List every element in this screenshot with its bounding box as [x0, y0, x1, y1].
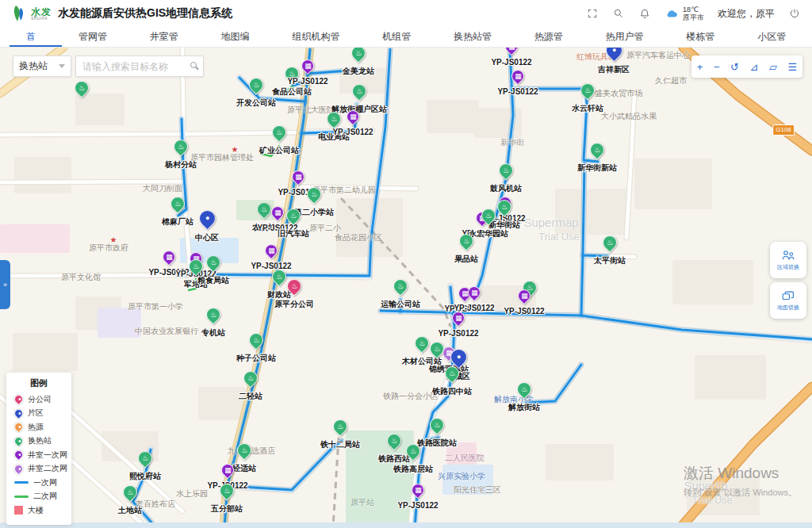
station-pin-icon[interactable]: ♨ — [269, 122, 289, 142]
collapsed-panel-tab[interactable]: » — [0, 260, 10, 309]
legend-swatch-pin — [13, 421, 25, 434]
station-pin-icon[interactable]: ♨ — [427, 415, 446, 434]
legend-item-大楼: 大楼 — [14, 503, 71, 518]
pin-glyph: ♨ — [79, 85, 85, 92]
cloud-icon — [665, 8, 679, 19]
marker-label: 新华街新站 — [577, 163, 617, 174]
logout-icon[interactable] — [788, 7, 801, 20]
measure-area-button[interactable]: ▱ — [769, 62, 777, 72]
map-building-block — [14, 157, 71, 193]
fullscreen-icon[interactable] — [586, 7, 599, 20]
measure-distance-button[interactable]: ⊿ — [750, 62, 759, 72]
marker-label: 吉祥新区 — [598, 64, 630, 75]
logo-subtext: SHUIFA — [31, 17, 52, 21]
marker-label: YP-JS0122 — [491, 58, 531, 67]
station-pin-icon[interactable]: ♨ — [240, 368, 260, 388]
marker-label: YP-JS0122 — [438, 329, 478, 338]
station-pin-icon[interactable]: ♨ — [234, 440, 254, 460]
zoom-in-button[interactable]: + — [697, 62, 703, 72]
marker-label: 太平街站 — [594, 255, 626, 266]
pin-glyph: ♨ — [594, 147, 600, 154]
station-pin-icon[interactable]: ♨ — [496, 160, 515, 180]
tab-楼栋管理[interactable]: 楼栋管理 — [669, 27, 741, 47]
station-pin-icon[interactable]: ♨ — [587, 140, 607, 159]
well1-pin-icon[interactable]: ▦ — [299, 57, 317, 75]
marker-label: 果品站 — [454, 254, 478, 265]
basemap-switch-button[interactable]: 地图切换 — [770, 282, 806, 319]
map-building-block — [75, 94, 124, 125]
map-canvas[interactable]: 原平实验中学原平市园林管理处大同刀削面原平北大医院原平市第二幼儿园原平二小食品花… — [0, 48, 812, 528]
station-pin-icon[interactable]: ♨ — [203, 304, 223, 324]
legend-label: 井室一次网 — [28, 450, 67, 461]
map-building-block — [634, 159, 712, 209]
pin-glyph: ▦ — [508, 48, 515, 51]
pin-glyph: ♨ — [463, 238, 469, 245]
well1-pin-icon[interactable]: ▦ — [509, 67, 527, 86]
station-pin-icon[interactable]: ♨ — [167, 193, 187, 213]
chevron-down-icon — [59, 64, 65, 68]
search-category-select[interactable]: 换热站 — [13, 55, 71, 77]
station-pin-icon[interactable]: ♨ — [390, 276, 410, 296]
map-poi-label: Trial Use — [538, 231, 580, 243]
station-pin-icon[interactable]: ♨ — [599, 232, 619, 252]
marker-label: 铁路西站 — [378, 453, 410, 465]
pin-glyph: ♨ — [331, 116, 337, 123]
marker-label: 经适站 — [232, 463, 256, 474]
tab-热源管理[interactable]: 热源管理 — [518, 27, 589, 47]
region-switch-button[interactable]: 区域切换 — [770, 242, 806, 278]
marker-label: 杨村分站 — [165, 159, 197, 170]
pin-glyph: ♨ — [290, 212, 297, 220]
tab-小区管理[interactable]: 小区管理 — [741, 27, 812, 47]
station-pin-icon[interactable]: ♨ — [246, 75, 266, 94]
map-building-block — [13, 333, 78, 371]
zoom-out-button[interactable]: − — [714, 62, 720, 72]
tab-首页[interactable]: 首页 — [10, 27, 62, 47]
tab-组织机构管理[interactable]: 组织机构管理 — [275, 27, 366, 47]
tab-机组管理[interactable]: 机组管理 — [366, 27, 437, 47]
page-title: 水发能源盾安供热GIS地理信息系统 — [58, 6, 232, 21]
pin-glyph: ♨ — [174, 201, 181, 208]
notification-bell-icon[interactable] — [638, 7, 651, 20]
legend-swatch-pin — [13, 393, 25, 406]
station-pin-icon[interactable]: ♨ — [348, 48, 368, 63]
pin-glyph: ♨ — [434, 422, 440, 429]
well1-pin-icon[interactable]: ▦ — [262, 242, 281, 260]
search-magnifier-icon[interactable] — [190, 62, 197, 68]
layer-list-button[interactable]: ☰ — [788, 62, 798, 72]
marker-label: 旧汽车站 — [278, 228, 309, 239]
map-poi-label: 久仁超市 — [655, 75, 687, 86]
well1-pin-icon[interactable]: ▦ — [289, 168, 308, 186]
poi-star-icon: ★ — [110, 235, 117, 244]
pin-glyph: ♨ — [291, 283, 297, 290]
marker-label: 解放街棚户区站 — [331, 104, 387, 115]
map-poi-label: Trial Use — [691, 494, 733, 506]
pin-glyph: ▦ — [455, 315, 462, 322]
pin-glyph: ♨ — [410, 448, 416, 455]
pin-glyph: ▦ — [295, 174, 302, 181]
tab-热用户管理[interactable]: 热用户管理 — [589, 27, 670, 47]
marker-label: 土地站 — [118, 505, 142, 516]
marker-label: 铁路高层站 — [393, 464, 433, 475]
legend-label: 换热站 — [28, 435, 52, 446]
pin-glyph: ♨ — [253, 337, 259, 344]
pin-glyph: ▦ — [350, 113, 357, 121]
tab-地图编辑[interactable]: 地图编辑 — [205, 27, 276, 47]
pin-glyph: ♨ — [397, 283, 404, 290]
well1-pin-icon[interactable]: ▦ — [503, 48, 521, 55]
map-bottom-scrollbar[interactable] — [0, 522, 812, 528]
search-icon[interactable] — [612, 7, 625, 20]
reset-view-button[interactable]: ↺ — [730, 62, 739, 72]
pin-glyph: ♨ — [224, 488, 230, 495]
station-pin-icon[interactable]: ♨ — [170, 136, 190, 156]
station-pin-icon[interactable]: ♨ — [246, 330, 266, 350]
tab-管网管理[interactable]: 管网管理 — [62, 27, 133, 47]
logo: 水发 SHUIFA — [11, 5, 52, 22]
tab-井室管理[interactable]: 井室管理 — [133, 27, 205, 47]
legend-label: 二次网 — [33, 491, 57, 502]
well1-pin-icon[interactable]: ▦ — [160, 248, 178, 266]
area-pin-icon[interactable]: ● — [196, 207, 220, 231]
search-input[interactable] — [75, 55, 204, 77]
pin-glyph: ♨ — [142, 455, 148, 462]
tab-换热站管理[interactable]: 换热站管理 — [437, 27, 518, 47]
map-poi-label: 原平市第一小学 — [128, 301, 183, 312]
